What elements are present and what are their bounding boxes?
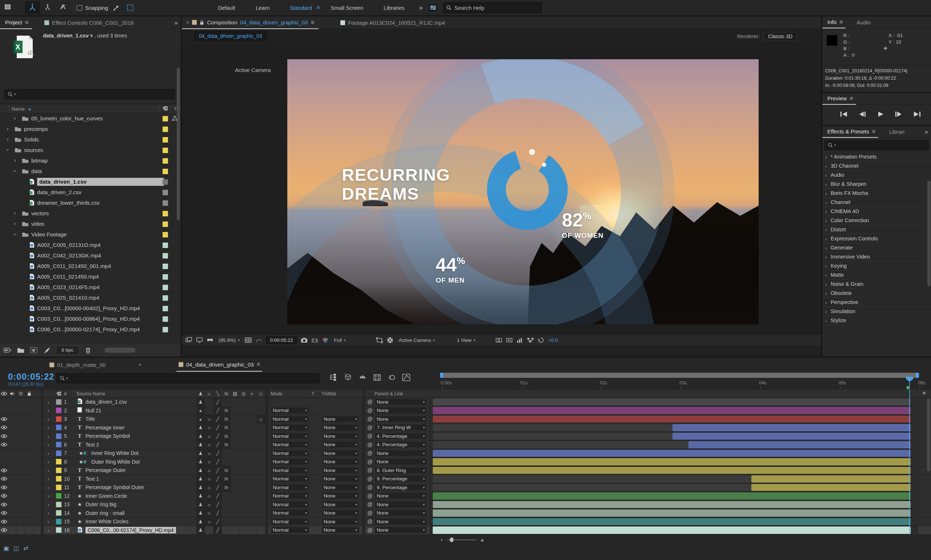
reset-exposure-icon[interactable]: [537, 337, 545, 343]
parent-link-dropdown[interactable]: None▾: [375, 526, 427, 534]
label-color-chip[interactable]: [163, 200, 168, 206]
effect-category-expression-controls[interactable]: ›Expression Controls: [822, 234, 931, 243]
vr-goggles-icon[interactable]: [206, 337, 214, 343]
parent-link-dropdown[interactable]: None▾: [375, 415, 427, 423]
frame-blend-toggle[interactable]: [231, 424, 240, 432]
chevron-right-icon[interactable]: ›: [44, 518, 53, 525]
adjustment-toggle[interactable]: [248, 500, 257, 509]
audio-toggle[interactable]: [8, 526, 17, 535]
adjustment-toggle[interactable]: [248, 509, 257, 517]
layer-duration-bar[interactable]: [433, 467, 911, 474]
pickwhip-icon[interactable]: @: [365, 527, 375, 533]
workspace-learn[interactable]: Learn: [246, 5, 279, 11]
tree-item-c003-c0-00000-00864-proxy-hd-mp4[interactable]: C003_C0...[00000-00864]_Proxy_HD.mp4: [0, 314, 181, 325]
adjustment-toggle[interactable]: [248, 466, 257, 475]
label-color-chip[interactable]: [163, 148, 168, 153]
3d-toggle[interactable]: [257, 398, 265, 406]
layer-label-chip[interactable]: [53, 451, 64, 456]
audio-toggle[interactable]: [8, 432, 17, 440]
tab-audio[interactable]: Audio: [856, 19, 870, 25]
eye-toggle[interactable]: [0, 398, 8, 406]
close-tab-icon[interactable]: ×: [186, 20, 189, 25]
effect-category-stylize[interactable]: ›Stylize: [822, 316, 931, 325]
tab-footage[interactable]: Footage A013C024_160521_R1JC.mp4: [340, 20, 445, 26]
chevron-right-icon[interactable]: ›: [44, 467, 53, 474]
trkmat-dropdown[interactable]: None▾: [322, 467, 359, 474]
fx-toggle[interactable]: [222, 526, 231, 535]
label-color-chip[interactable]: [163, 179, 168, 185]
label-color-chip[interactable]: [163, 285, 168, 290]
column-source-name-label[interactable]: Source Name: [76, 391, 196, 396]
workspace-default[interactable]: Default: [208, 5, 245, 11]
layer-name[interactable]: Outer ring - small: [85, 510, 125, 516]
chevron-right-icon[interactable]: ›: [825, 154, 827, 160]
label-color-chip[interactable]: [163, 295, 168, 301]
audio-toggle[interactable]: [8, 517, 17, 526]
shy-toggle[interactable]: ♟: [196, 517, 205, 526]
quality-toggle[interactable]: ╱: [214, 406, 222, 415]
resolution-dropdown[interactable]: Full▾: [332, 337, 372, 344]
fx-toggle[interactable]: fx: [222, 466, 231, 475]
collapse-toggle[interactable]: [205, 526, 214, 535]
layer-name[interactable]: Inner White Circles: [85, 518, 128, 525]
solo-toggle[interactable]: [17, 398, 25, 406]
pickwhip-icon[interactable]: @: [365, 502, 375, 507]
fx-toggle[interactable]: fx: [222, 483, 231, 492]
world-axis-tool[interactable]: [40, 1, 55, 14]
tree-item-a002-c042-0213gk-mp4[interactable]: A002_C042_0213GK.mp4: [0, 251, 181, 261]
lock-icon[interactable]: [200, 20, 204, 25]
shy-toggle[interactable]: ♟: [196, 441, 205, 449]
effects-scrollbar[interactable]: [927, 181, 931, 286]
chevron-right-icon[interactable]: ›: [44, 399, 53, 405]
layer-bar-pre[interactable]: [433, 484, 751, 491]
comp-marker-bin-icon[interactable]: ◈: [922, 390, 926, 395]
label-color-chip[interactable]: [163, 211, 168, 216]
collapse-toggle[interactable]: ☼: [205, 449, 214, 457]
adjustment-toggle[interactable]: [248, 441, 257, 449]
effect-category-noise-grain[interactable]: ›Noise & Grain: [822, 280, 931, 289]
pickwhip-icon[interactable]: @: [365, 442, 375, 448]
histogram-icon[interactable]: [516, 337, 523, 343]
lock-toggle[interactable]: [25, 517, 34, 526]
lock-toggle[interactable]: [25, 441, 34, 449]
layer-name[interactable]: Outer Ring White Dot: [91, 459, 140, 465]
color-depth-button[interactable]: 8 bpc: [56, 346, 79, 355]
effects-search[interactable]: ▾: [825, 140, 929, 150]
zoom-dropdown[interactable]: (95.9%)▾: [217, 337, 241, 344]
3d-toggle[interactable]: [257, 432, 265, 440]
motion-blur-toggle[interactable]: [239, 509, 248, 517]
shy-toggle[interactable]: ♟: [196, 458, 205, 466]
chevron-right-icon[interactable]: ›: [44, 442, 53, 448]
fx-toggle[interactable]: [222, 492, 231, 500]
fx-toggle[interactable]: fx: [222, 432, 231, 440]
lock-toggle[interactable]: [25, 415, 34, 423]
solo-toggle[interactable]: [17, 449, 25, 457]
sort-ascending-icon[interactable]: ▲: [28, 106, 32, 111]
solo-toggle[interactable]: [17, 406, 25, 415]
pickwhip-icon[interactable]: @: [365, 433, 375, 439]
frame-blend-toggle[interactable]: [231, 483, 240, 492]
effect-category-cinema-4d[interactable]: ›CINEMA 4D: [822, 207, 931, 216]
adjustment-toggle[interactable]: [248, 415, 257, 423]
layer-track[interactable]: [430, 500, 918, 509]
chevron-right-icon[interactable]: ›: [14, 209, 16, 217]
collapse-toggle[interactable]: [205, 406, 214, 415]
effect-category-color-correction[interactable]: ›Color Correction: [822, 216, 931, 225]
trkmat-dropdown[interactable]: None▾: [322, 484, 359, 491]
lock-toggle[interactable]: [25, 475, 34, 483]
chevron-right-icon[interactable]: ›: [44, 433, 53, 439]
pickwhip-icon[interactable]: @: [365, 510, 375, 516]
blend-mode-dropdown[interactable]: Normal▾: [271, 518, 309, 525]
tree-item-c003-c0-00000-00402-proxy-hd-mp4[interactable]: C003_C0...[00000-00402]_Proxy_HD.mp4: [0, 303, 181, 314]
blend-mode-dropdown[interactable]: Normal▾: [271, 424, 309, 431]
help-search[interactable]: [443, 2, 542, 13]
column-number-label[interactable]: #: [64, 391, 76, 396]
view-dropdown[interactable]: Active Camera▾: [397, 337, 452, 344]
layer-bar-pre[interactable]: [433, 475, 751, 483]
tree-folder-solids[interactable]: ›Solids: [0, 135, 181, 145]
trkmat-dropdown[interactable]: None▾: [322, 458, 359, 465]
chevron-right-icon[interactable]: ›: [825, 281, 827, 287]
motion-blur-icon[interactable]: [387, 373, 396, 382]
layer-row-14[interactable]: ›14★Outer ring - small♟☼╱Normal▾None▾@No…: [0, 509, 931, 518]
motion-blur-toggle[interactable]: [239, 475, 248, 483]
